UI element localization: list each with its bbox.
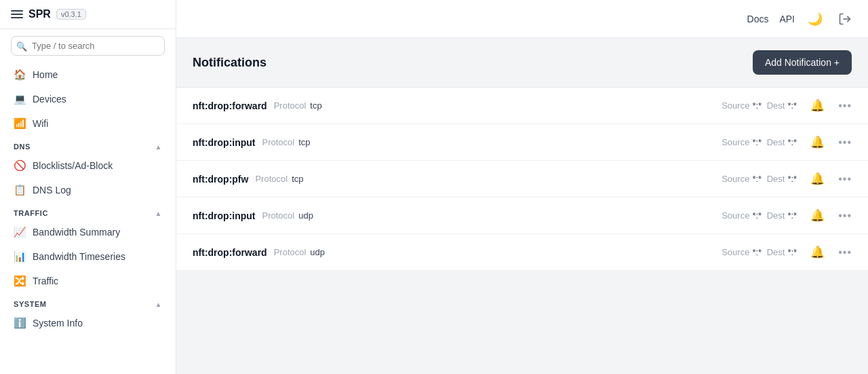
dest-value: *:* [787,210,797,221]
search-input[interactable] [11,36,165,56]
more-options-icon[interactable]: ••• [838,100,852,112]
source-info: Source *:* Dest *:* [722,100,797,111]
sidebar-item-label: Wifi [33,118,48,129]
dest-value: *:* [787,174,797,184]
source-info: Source *:* Dest *:* [722,174,797,184]
notif-name: nft:drop:pfw [193,174,248,185]
main-wrapper: Docs API 🌙 Notifications Add Notificatio… [176,0,868,374]
notif-name: nft:drop:forward [193,100,267,111]
menu-icon[interactable] [11,10,23,18]
more-options-icon[interactable]: ••• [838,173,852,185]
more-options-icon[interactable]: ••• [838,210,852,222]
source-label: Source [722,137,749,147]
bell-icon[interactable]: 🔔 [810,98,825,113]
bell-icon[interactable]: 🔔 [810,208,825,223]
protocol-label: Protocol [262,210,295,221]
notification-row: nft:drop:input Protocol tcp Source *:* D… [176,124,868,161]
bandwidth-timeseries-icon: 📊 [14,250,26,263]
source-label: Source [722,210,749,221]
sidebar-item-blocklists[interactable]: 🚫Blocklists/Ad-Block [0,153,176,178]
dest-label: Dest [764,174,785,184]
search-icon: 🔍 [16,41,27,51]
source-value: *:* [752,247,762,257]
home-icon: 🏠 [14,69,26,81]
more-options-icon[interactable]: ••• [838,246,852,259]
topbar: Docs API 🌙 [176,0,868,38]
chevron-icon: ▲ [155,301,162,308]
dest-label: Dest [764,247,785,257]
source-value: *:* [752,100,762,111]
notification-row: nft:drop:forward Protocol tcp Source *:*… [176,88,868,124]
protocol-value: udp [310,247,325,257]
bandwidth-summary-icon: 📈 [14,226,26,238]
section-header-dns[interactable]: DNS▲ [0,136,176,153]
notif-name: nft:drop:input [193,137,256,148]
sidebar-item-wifi[interactable]: 📶Wifi [0,111,176,136]
page-header: Notifications Add Notification + [176,38,868,88]
dest-label: Dest [764,210,785,221]
blocklists-icon: 🚫 [14,160,26,172]
bell-icon[interactable]: 🔔 [810,245,825,259]
protocol-value: tcp [298,137,310,147]
wifi-icon: 📶 [14,117,26,130]
notification-row: nft:drop:forward Protocol udp Source *:*… [176,234,868,271]
add-notification-button[interactable]: Add Notification + [753,50,852,75]
sidebar-item-home[interactable]: 🏠Home [0,62,176,87]
traffic-icon: 🔀 [14,275,26,287]
sidebar-item-traffic[interactable]: 🔀Traffic [0,269,176,293]
sidebar-item-system-info[interactable]: ℹ️System Info [0,311,176,335]
sidebar-item-label: DNS Log [33,185,71,195]
sidebar-item-devices[interactable]: 💻Devices [0,87,176,111]
notification-row: nft:drop:pfw Protocol tcp Source *:* Des… [176,161,868,198]
sidebar-item-label: Devices [33,94,66,105]
dest-label: Dest [764,100,785,111]
sidebar-item-dns-log[interactable]: 📋DNS Log [0,178,176,202]
logout-icon[interactable] [835,10,854,29]
source-value: *:* [752,137,762,147]
docs-link[interactable]: Docs [747,14,769,24]
protocol-label: Protocol [274,247,307,257]
protocol-value: udp [298,210,313,221]
theme-toggle-icon[interactable]: 🌙 [806,10,825,29]
section-header-system[interactable]: SYSTEM▲ [0,293,176,311]
sidebar-item-bandwidth-timeseries[interactable]: 📊Bandwidth Timeseries [0,244,176,269]
section-header-traffic[interactable]: TRAFFIC▲ [0,202,176,220]
source-info: Source *:* Dest *:* [722,137,797,147]
api-link[interactable]: API [779,14,795,24]
dest-label: Dest [764,137,785,147]
source-label: Source [722,174,749,184]
notif-name: nft:drop:forward [193,247,267,258]
more-options-icon[interactable]: ••• [838,136,852,149]
source-value: *:* [752,210,762,221]
protocol-label: Protocol [274,100,307,111]
protocol-label: Protocol [262,137,295,147]
sidebar-item-label: Blocklists/Ad-Block [33,160,113,171]
dest-value: *:* [787,247,797,257]
dest-value: *:* [787,100,797,111]
source-info: Source *:* Dest *:* [722,210,797,221]
sidebar-item-label: Bandwidth Summary [33,227,120,238]
chevron-icon: ▲ [155,210,162,217]
brand-name: SPR [28,8,51,20]
notification-row: nft:drop:input Protocol udp Source *:* D… [176,198,868,234]
bell-icon[interactable]: 🔔 [810,135,825,149]
protocol-value: tcp [292,174,303,184]
protocol-label: Protocol [255,174,288,184]
sidebar-header: SPR v0.3.1 [0,0,176,29]
sidebar-item-label: Home [33,69,58,80]
devices-icon: 💻 [14,93,26,105]
system-info-icon: ℹ️ [14,317,26,329]
notifications-list: nft:drop:forward Protocol tcp Source *:*… [176,88,868,271]
sidebar-item-label: Bandwidth Timeseries [33,251,125,262]
source-label: Source [722,247,749,257]
search-bar-wrapper: 🔍 [0,29,176,62]
sidebar-item-bandwidth-summary[interactable]: 📈Bandwidth Summary [0,220,176,244]
page-title: Notifications [193,56,267,70]
chevron-icon: ▲ [155,143,162,151]
bell-icon[interactable]: 🔔 [810,172,825,186]
source-value: *:* [752,174,762,184]
content-area: Notifications Add Notification + nft:dro… [176,38,868,374]
sidebar-item-label: Traffic [33,276,58,286]
dest-value: *:* [787,137,797,147]
sidebar-item-label: System Info [33,318,83,329]
